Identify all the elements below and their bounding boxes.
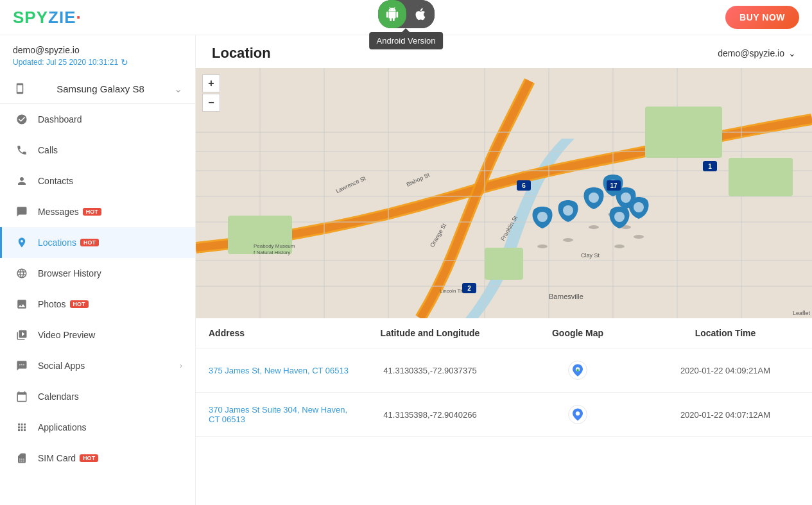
- locations-label: Locations HOT: [38, 237, 99, 248]
- sim-icon: [15, 451, 29, 465]
- svg-point-29: [537, 244, 548, 248]
- table-row: 375 James St, New Haven, CT 06513 41.313…: [196, 348, 812, 393]
- sidebar-item-calendars[interactable]: Calendars: [0, 381, 195, 412]
- photos-hot-badge: HOT: [70, 300, 89, 308]
- sidebar-item-social-apps[interactable]: Social Apps ›: [0, 350, 195, 381]
- svg-point-30: [537, 212, 548, 222]
- android-tab[interactable]: [378, 0, 406, 28]
- col-time: Location Time: [652, 328, 799, 338]
- table-row: 370 James St Suite 304, New Haven, CT 06…: [196, 393, 812, 437]
- photos-icon: [15, 297, 29, 311]
- content-area: Location demo@spyzie.io ⌄: [196, 35, 812, 505]
- locations-icon: [15, 235, 29, 250]
- svg-text:Barnesville: Barnesville: [549, 293, 583, 300]
- zoom-in-button[interactable]: +: [202, 74, 220, 92]
- messages-icon: [15, 205, 29, 219]
- svg-rect-19: [485, 248, 523, 280]
- row2-time: 2020-01-22 04:07:12AM: [652, 410, 799, 420]
- svg-point-39: [634, 235, 644, 239]
- device-dropdown-icon[interactable]: ⌄: [174, 83, 182, 95]
- sidebar-item-applications[interactable]: Applications: [0, 412, 195, 443]
- sidebar-item-contacts[interactable]: Contacts: [0, 166, 195, 196]
- device-icon: [13, 81, 27, 96]
- locations-hot-badge: HOT: [80, 239, 99, 246]
- sidebar-item-video-preview[interactable]: Video Preview: [0, 320, 195, 350]
- photos-label: Photos HOT: [38, 299, 89, 309]
- sidebar-item-photos[interactable]: Photos HOT: [0, 289, 195, 320]
- sidebar-updated: Updated: Jul 25 2020 10:31:21 ↻: [13, 57, 182, 67]
- svg-text:17: 17: [610, 182, 618, 189]
- sidebar-item-calls[interactable]: Calls: [0, 135, 195, 166]
- zoom-out-button[interactable]: −: [202, 94, 220, 112]
- logo-spy: SPY: [13, 8, 48, 27]
- contacts-label: Contacts: [38, 176, 73, 186]
- page-title: Location: [212, 45, 271, 62]
- svg-text:1: 1: [708, 163, 712, 170]
- google-maps-icon: [567, 360, 588, 381]
- sidebar-item-locations[interactable]: Locations HOT: [0, 227, 195, 258]
- svg-point-40: [634, 202, 644, 212]
- sidebar-user: demo@spyzie.io Updated: Jul 25 2020 10:3…: [0, 35, 195, 74]
- video-icon: [15, 328, 29, 342]
- map-svg: Lawrence St Bishop St Franklin St Orange…: [196, 68, 812, 318]
- svg-rect-17: [645, 107, 722, 158]
- svg-point-55: [576, 411, 580, 415]
- col-map: Google Map: [504, 328, 652, 338]
- header-user-email: demo@spyzie.io: [718, 48, 784, 58]
- logo-accent: ·: [76, 8, 81, 27]
- svg-rect-18: [729, 158, 793, 196]
- calendars-icon: [15, 389, 29, 404]
- svg-text:6: 6: [522, 182, 526, 189]
- locations-table: Address Latitude and Longitude Google Ma…: [196, 318, 812, 505]
- messages-label: Messages HOT: [38, 207, 101, 217]
- row1-latlong: 41.3130335,-72.9037375: [356, 366, 504, 375]
- calls-label: Calls: [38, 145, 58, 155]
- android-icon: [385, 7, 399, 21]
- browser-icon: [15, 266, 29, 280]
- sidebar-device[interactable]: Samsung Galaxy S8 ⌄: [0, 74, 195, 104]
- browser-history-label: Browser History: [38, 268, 101, 278]
- user-dropdown[interactable]: demo@spyzie.io ⌄: [718, 48, 796, 58]
- row2-map-link[interactable]: [504, 404, 652, 425]
- dashboard-label: Dashboard: [38, 114, 82, 124]
- sim-card-label: SIM Card HOT: [38, 453, 98, 463]
- row2-latlong: 41.3135398,-72.9040266: [356, 410, 504, 420]
- calendars-label: Calendars: [38, 391, 79, 402]
- svg-rect-0: [196, 68, 812, 318]
- sidebar-item-sim-card[interactable]: SIM Card HOT: [0, 443, 195, 474]
- row1-map-link[interactable]: [504, 360, 652, 381]
- os-tabs: [378, 0, 435, 28]
- os-selector: Android Version: [378, 0, 435, 28]
- applications-icon: [15, 420, 29, 434]
- row1-address[interactable]: 375 James St, New Haven, CT 06513: [209, 366, 356, 375]
- svg-point-32: [563, 205, 573, 216]
- social-apps-label: Social Apps: [38, 361, 85, 371]
- sidebar-item-browser-history[interactable]: Browser History: [0, 258, 195, 289]
- messages-hot-badge: HOT: [83, 208, 101, 216]
- svg-point-38: [621, 193, 631, 203]
- svg-point-42: [614, 212, 625, 222]
- ios-tab[interactable]: [406, 0, 435, 28]
- apple-icon: [413, 7, 428, 21]
- social-apps-arrow: ›: [180, 361, 182, 370]
- applications-label: Applications: [38, 422, 87, 432]
- sidebar-item-dashboard[interactable]: Dashboard: [0, 104, 195, 135]
- sidebar: demo@spyzie.io Updated: Jul 25 2020 10:3…: [0, 35, 196, 505]
- col-latlong: Latitude and Longitude: [356, 328, 504, 338]
- svg-point-41: [614, 244, 625, 248]
- svg-text:2: 2: [467, 285, 471, 292]
- buy-now-button[interactable]: BUY NOW: [725, 6, 799, 29]
- google-maps-icon-2: [567, 404, 588, 425]
- refresh-icon[interactable]: ↻: [121, 57, 128, 67]
- svg-point-34: [589, 193, 599, 203]
- svg-text:Peabody Museum: Peabody Museum: [254, 243, 295, 249]
- logo-zie: ZIE: [48, 8, 76, 27]
- video-preview-label: Video Preview: [38, 330, 95, 340]
- dropdown-chevron: ⌄: [788, 48, 796, 58]
- calls-icon: [15, 143, 29, 157]
- header: SPYZIE· Android Version BUY NOW: [0, 0, 812, 35]
- dashboard-icon: [15, 112, 29, 126]
- sidebar-item-messages[interactable]: Messages HOT: [0, 196, 195, 227]
- row2-address[interactable]: 370 James St Suite 304, New Haven, CT 06…: [209, 405, 356, 424]
- svg-text:Leaflet: Leaflet: [793, 310, 811, 316]
